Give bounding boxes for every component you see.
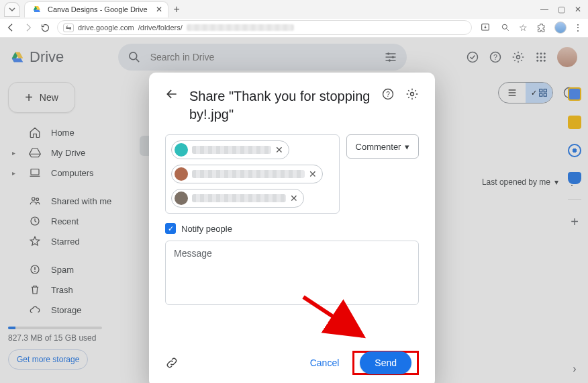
role-dropdown[interactable]: Commenter ▾ <box>346 134 419 159</box>
sidebar-item-home[interactable]: Home <box>8 122 119 142</box>
url-host: drive.google.com <box>78 24 134 32</box>
extensions-icon[interactable] <box>534 21 548 34</box>
svg-point-15 <box>517 56 520 59</box>
new-button[interactable]: + New <box>8 82 75 113</box>
reload-button[interactable] <box>40 23 50 33</box>
svg-point-8 <box>130 52 137 60</box>
search-bar[interactable] <box>118 44 407 71</box>
person-avatar <box>175 143 188 157</box>
svg-point-10 <box>391 56 393 58</box>
new-button-label: New <box>40 92 58 103</box>
url-obscured <box>187 24 294 31</box>
settings-icon[interactable] <box>511 50 525 64</box>
maximize-button[interactable]: ▢ <box>558 5 565 14</box>
svg-point-9 <box>387 52 389 54</box>
plus-icon: + <box>25 90 33 105</box>
profile-avatar[interactable] <box>554 22 567 34</box>
zoom-icon[interactable] <box>499 21 512 34</box>
svg-point-27 <box>32 198 36 201</box>
remove-person-icon[interactable]: ✕ <box>275 144 283 155</box>
tasks-icon[interactable] <box>568 144 581 157</box>
back-icon[interactable] <box>165 87 179 101</box>
svg-rect-33 <box>539 89 542 92</box>
person-chip[interactable]: ✕ <box>171 165 323 183</box>
account-avatar[interactable] <box>557 47 577 67</box>
message-field[interactable]: Message <box>165 241 419 305</box>
annotation-highlight: Send <box>352 351 419 375</box>
cancel-button[interactable]: Cancel <box>301 352 349 374</box>
close-tab-icon[interactable]: ✕ <box>156 5 162 14</box>
svg-rect-31 <box>34 267 36 270</box>
help-icon[interactable]: ? <box>381 87 395 101</box>
apps-icon[interactable] <box>534 50 548 64</box>
sidebar-item-spam[interactable]: Spam <box>8 259 119 280</box>
search-input[interactable] <box>149 51 376 63</box>
person-label-obscured <box>192 170 305 178</box>
sort-dropdown-icon[interactable]: ▾ <box>554 177 558 187</box>
svg-point-17 <box>540 52 542 54</box>
svg-point-18 <box>544 52 546 54</box>
people-input[interactable]: ✕✕✕ <box>165 134 340 214</box>
support-icon[interactable]: ? <box>489 50 502 64</box>
trash-icon <box>28 283 42 296</box>
sidebar-item-my-drive[interactable]: ▸My Drive <box>8 142 119 163</box>
role-label: Commenter <box>356 142 401 152</box>
keep-icon[interactable] <box>568 116 581 129</box>
browser-tab[interactable]: Canva Designs - Google Drive ✕ <box>24 1 168 17</box>
sidebar-item-recent[interactable]: Recent <box>8 211 119 231</box>
svg-rect-36 <box>544 93 546 96</box>
chevron-down-icon: ▾ <box>405 142 409 152</box>
svg-point-42 <box>411 93 414 96</box>
svg-rect-34 <box>544 89 546 92</box>
get-storage-button[interactable]: Get more storage <box>8 349 88 370</box>
close-window-button[interactable]: ✕ <box>575 5 581 14</box>
remove-person-icon[interactable]: ✕ <box>290 193 298 204</box>
share-dialog: Share "Thank you for stopping by!.jpg" ?… <box>149 73 435 383</box>
view-toggle[interactable]: ✓ <box>498 82 553 103</box>
svg-point-32 <box>34 271 36 272</box>
svg-point-4 <box>502 25 507 30</box>
sidebar-item-computers[interactable]: ▸Computers <box>8 163 119 183</box>
contacts-icon[interactable] <box>568 172 581 184</box>
back-button[interactable] <box>5 22 16 33</box>
add-rail-icon[interactable]: + <box>571 214 579 230</box>
sidebar-item-shared-with-me[interactable]: Shared with me <box>8 191 119 211</box>
app-header: Drive ? <box>0 38 588 77</box>
person-chip[interactable]: ✕ <box>171 189 304 208</box>
install-app-icon[interactable] <box>479 21 492 34</box>
sidebar: + New Home▸My Drive▸ComputersShared with… <box>0 77 128 383</box>
remove-person-icon[interactable]: ✕ <box>309 169 317 179</box>
svg-point-12 <box>468 52 478 62</box>
copy-link-icon[interactable] <box>165 356 179 370</box>
rail-collapse-icon[interactable]: › <box>573 363 576 375</box>
chrome-menu-icon[interactable]: ⋮ <box>573 22 583 33</box>
sidebar-item-storage[interactable]: Storage <box>8 300 119 320</box>
grid-view-icon[interactable]: ✓ <box>526 83 552 103</box>
site-info-icon[interactable]: ⇆ <box>63 24 74 32</box>
person-chip[interactable]: ✕ <box>171 140 289 159</box>
ready-offline-icon[interactable] <box>466 50 479 64</box>
sidebar-item-trash[interactable]: Trash <box>8 280 119 300</box>
notify-row[interactable]: ✓ Notify people <box>165 223 419 234</box>
forward-button[interactable] <box>23 22 34 33</box>
send-button[interactable]: Send <box>360 351 411 374</box>
list-view-icon[interactable] <box>499 83 526 103</box>
spam-icon <box>28 263 42 276</box>
minimize-button[interactable]: — <box>540 5 548 14</box>
storage-meter: 827.3 MB of 15 GB used Get more storage <box>8 327 119 370</box>
drive-favicon-icon <box>30 3 44 16</box>
bookmark-icon[interactable]: ☆ <box>519 22 528 33</box>
gear-icon[interactable] <box>405 87 419 101</box>
sort-label[interactable]: Last opened by me <box>482 177 550 187</box>
new-tab-button[interactable]: + <box>174 3 180 15</box>
home-icon <box>28 126 42 139</box>
svg-point-23 <box>540 60 542 62</box>
brand[interactable]: Drive <box>11 48 64 66</box>
sidebar-item-starred[interactable]: Starred <box>8 231 119 251</box>
tab-search-button[interactable] <box>4 2 20 17</box>
svg-text:?: ? <box>386 91 390 98</box>
calendar-icon[interactable] <box>568 87 581 101</box>
search-options-icon[interactable] <box>384 50 397 64</box>
notify-checkbox[interactable]: ✓ <box>165 223 176 234</box>
url-field[interactable]: ⇆ drive.google.com/drive/folders/ <box>57 20 472 35</box>
